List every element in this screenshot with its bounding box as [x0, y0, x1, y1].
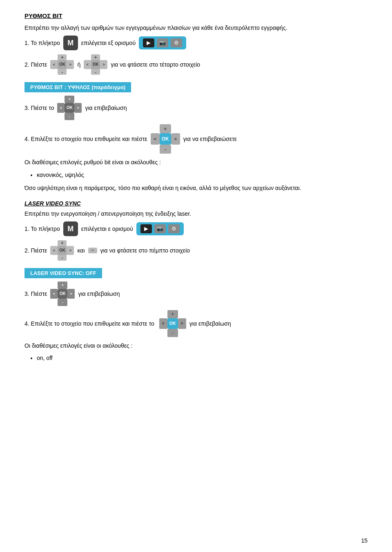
record-icon[interactable]: ▶	[143, 38, 154, 47]
highlight-laservideosync: LASER VIDEO SYNC: OFF	[24, 268, 102, 278]
laser-step-1-num: 1. Το πλήκτρο	[24, 224, 60, 233]
laser-sync-intro: Επιτρέπει την ενεργοποίηση / απενεργοποί…	[24, 209, 368, 218]
bit-options-list: κανονικός, υψηλός	[37, 170, 368, 179]
camera-icon[interactable]: 📷	[157, 38, 168, 47]
laser-step-3-before: 3. Πιέστε	[24, 289, 47, 298]
section-intro: Επιτρέπει την αλλαγή των αριθμών των εγγ…	[24, 23, 368, 32]
m-button[interactable]: M	[63, 36, 78, 50]
laser-ok-large[interactable]: + < OK > -	[159, 310, 186, 337]
laser-step-1-text: επιλέγεται ε ορισμού	[81, 224, 133, 233]
laser-gear-icon[interactable]: ⚙	[168, 224, 180, 233]
laser-options-list: on, off	[37, 353, 368, 362]
laser-step-2-after: για να φτάσετε στο πέμπτο στοιχείο	[100, 246, 190, 255]
step-1-row: 1. Το πλήκτρο M επιλέγεται εξ ορισμού ▶ …	[24, 36, 368, 50]
highlight-rythmosbit: ΡΥΘΜΟΣ BIT : ΥΨΗΛΟΣ (παράδειγμα)	[24, 82, 131, 92]
page-number: 15	[361, 537, 368, 544]
laser-step-4-after: για επιβεβαίωση	[189, 319, 231, 328]
laser-step-2-row: 2. Πιέστε + < OK > - και − για να φτάσετ…	[24, 240, 368, 261]
step-2-connector: ή	[77, 60, 80, 69]
laser-options-intro: Οι διαθέσιμες επιλογές είναι οι ακόλουθε…	[24, 341, 368, 350]
bit-description: Όσο υψηλότερη είναι η παράμετρος, τόσο π…	[24, 183, 368, 192]
laser-cross-button-1[interactable]: + < OK > -	[50, 240, 74, 261]
step-2-row: 2. Πιέστε + < OK > - ή + < OK > - για να…	[24, 54, 368, 75]
page-content: ΡΥΘΜΟΣ BIT Επιτρέπει την αλλαγή των αριθ…	[24, 12, 368, 363]
ok-cross-dark[interactable]: + < OK > -	[57, 96, 82, 120]
laser-step-2-connector: και	[77, 246, 85, 255]
laser-step-2-before: 2. Πιέστε	[24, 246, 47, 255]
laser-option-item: on, off	[37, 353, 368, 362]
laser-record-icon[interactable]: ▶	[140, 224, 152, 233]
icon-buttons-row: ▶ 📷 ⚙	[139, 36, 186, 49]
step-2-text-after: για να φτάσετε στο τέταρτο στοιχείο	[111, 60, 200, 69]
step-3-row: 3. Πιέστε το + < OK > - για επιβεβαίωση	[24, 96, 368, 120]
step-3-text-before: 3. Πιέστε το	[24, 103, 54, 112]
section-title-rythmosbit: ΡΥΘΜΟΣ BIT	[24, 12, 368, 19]
bit-option-item: κανονικός, υψηλός	[37, 170, 368, 179]
gear-icon[interactable]: ⚙	[171, 38, 182, 47]
laser-m-button[interactable]: M	[63, 221, 78, 236]
laser-step-3-after: για επιβεβαίωση	[78, 289, 120, 298]
laser-camera-icon[interactable]: 📷	[154, 224, 166, 233]
laser-step-4-text: 4. Επιλέξτε το στοιχείο που επιθυμείτε κ…	[24, 319, 154, 328]
step-2-text-before: 2. Πιέστε	[24, 60, 47, 69]
laser-ok-cross[interactable]: + < OK > -	[50, 282, 75, 306]
step-4-after: για να επιβεβαιώσετε	[183, 134, 237, 143]
laser-sync-title: LASER VIDEO SYNC	[24, 200, 368, 207]
ok-button-large[interactable]: + < OK > -	[151, 124, 180, 154]
step-3-text-after: για επιβεβαίωση	[85, 103, 127, 112]
step-1-num: 1. Το πλήκτρο	[24, 38, 60, 47]
step-1-text: επιλέγεται εξ ορισμού	[81, 38, 136, 47]
laser-step-1-row: 1. Το πλήκτρο M επιλέγεται ε ορισμού ▶ 📷…	[24, 221, 368, 236]
laser-step-4-row: 4. Επιλέξτε το στοιχείο που επιθυμείτε κ…	[24, 310, 368, 337]
minus-button[interactable]: −	[88, 248, 97, 253]
cross-button-1[interactable]: + < OK > -	[50, 54, 74, 75]
step-4-row: 4. Επιλέξτε το στοιχείο που επιθυμείτε κ…	[24, 124, 368, 154]
laser-icon-buttons-row: ▶ 📷 ⚙	[136, 222, 184, 235]
bit-options-intro: Οι διαθέσιμες επιλογές ρυθμού bit είναι …	[24, 158, 368, 167]
laser-step-3-row: 3. Πιέστε + < OK > - για επιβεβαίωση	[24, 282, 368, 306]
cross-button-2[interactable]: + < OK > -	[84, 54, 107, 75]
step-4-text: 4. Επιλέξτε το στοιχείο που επιθυμείτε κ…	[24, 134, 147, 143]
